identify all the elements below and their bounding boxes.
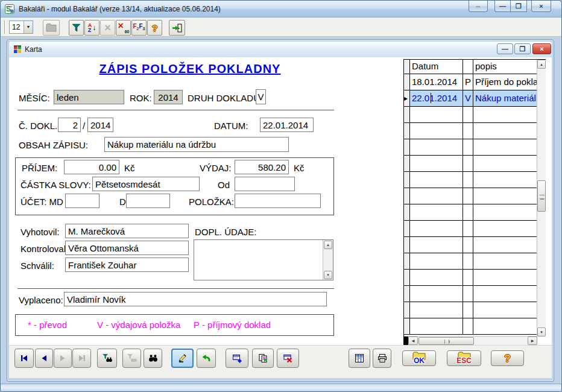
print-button[interactable]: [373, 349, 391, 368]
cell-typ[interactable]: [463, 172, 473, 188]
cell-popis[interactable]: [473, 204, 537, 221]
cell-popis[interactable]: [473, 302, 537, 318]
obsah-field[interactable]: [104, 137, 289, 152]
cdokl-num-field[interactable]: [58, 118, 81, 132]
ok-button[interactable]: OK: [402, 350, 436, 366]
horizontal-scroll-thumb[interactable]: [418, 337, 474, 345]
cell-datum[interactable]: [410, 253, 463, 270]
resize-button[interactable]: ⇔: [469, 1, 488, 12]
cell-popis[interactable]: [473, 286, 537, 302]
cell-typ[interactable]: [463, 302, 473, 318]
minimize-button[interactable]: —: [494, 1, 511, 12]
toolbar-gripper[interactable]: [4, 21, 6, 34]
datum-field[interactable]: [260, 118, 314, 132]
table-row[interactable]: [404, 107, 546, 123]
cell-datum[interactable]: [410, 188, 463, 204]
exit-button[interactable]: [169, 20, 185, 36]
cell-typ[interactable]: [463, 123, 473, 139]
cell-popis[interactable]: Nákup materiálu: [473, 90, 537, 107]
ucet-d-field[interactable]: [126, 194, 170, 208]
scroll-up-button[interactable]: ▲: [537, 60, 546, 69]
dopl-udaje-field[interactable]: [194, 240, 323, 280]
schvalil-field[interactable]: [65, 258, 189, 272]
cell-datum[interactable]: [410, 139, 463, 156]
cell-datum[interactable]: [410, 221, 463, 237]
cell-datum[interactable]: 22.01.2014: [410, 90, 463, 107]
cell-typ[interactable]: [463, 156, 473, 172]
druh-dokladu-field[interactable]: [256, 89, 266, 104]
cell-typ[interactable]: [463, 221, 473, 237]
cell-typ[interactable]: [463, 253, 473, 270]
cell-popis[interactable]: [473, 188, 537, 204]
cell-typ[interactable]: V: [463, 90, 473, 107]
cell-popis[interactable]: [473, 221, 537, 237]
prijem-field[interactable]: [64, 160, 119, 174]
cell-typ[interactable]: P: [463, 74, 473, 90]
filter-button[interactable]: [69, 20, 84, 36]
cell-datum[interactable]: [410, 204, 463, 221]
help-wide-button[interactable]: ?: [491, 350, 524, 366]
scroll-down-button[interactable]: ▼: [537, 327, 546, 337]
table-row[interactable]: [404, 237, 546, 253]
cell-typ[interactable]: [463, 204, 473, 221]
cell-typ[interactable]: [463, 237, 473, 253]
last-record-button[interactable]: [72, 349, 91, 368]
dopl-scrollbar[interactable]: ▲ ▼: [323, 240, 333, 280]
cell-datum[interactable]: [410, 107, 463, 123]
table-row[interactable]: [404, 123, 546, 139]
cell-popis[interactable]: [473, 318, 537, 335]
combo-dropdown-button[interactable]: ▼: [24, 21, 33, 33]
cell-datum[interactable]: [410, 302, 463, 318]
cell-datum[interactable]: [410, 270, 463, 286]
help-button[interactable]: ?: [147, 20, 162, 36]
scroll-down-button[interactable]: ▼: [324, 271, 332, 279]
karta-close-button[interactable]: ×: [532, 43, 551, 54]
table-row[interactable]: [404, 253, 546, 270]
scroll-right-button[interactable]: ▶: [528, 337, 537, 345]
kontroloval-field[interactable]: [65, 241, 189, 255]
polozka-field[interactable]: [235, 194, 321, 208]
grid-vertical-scrollbar[interactable]: ▲ ▼: [537, 60, 546, 337]
filter-search-button[interactable]: [97, 349, 117, 368]
table-row[interactable]: [404, 188, 546, 204]
cell-popis[interactable]: [473, 237, 537, 253]
column-header-popis[interactable]: popis: [473, 60, 537, 74]
edit-record-button[interactable]: [171, 349, 194, 368]
table-row[interactable]: [404, 318, 546, 335]
cell-typ[interactable]: [463, 139, 473, 156]
column-header-datum[interactable]: Datum: [410, 60, 463, 74]
table-row[interactable]: [404, 204, 546, 221]
cell-datum[interactable]: [410, 237, 463, 253]
sort-az-button[interactable]: AZ ↓: [84, 20, 99, 36]
f2f3-button[interactable]: F2F3: [131, 20, 147, 36]
cell-datum[interactable]: [410, 172, 463, 188]
esc-button[interactable]: ESC: [447, 350, 481, 366]
cell-typ[interactable]: [463, 107, 473, 123]
table-row[interactable]: [404, 139, 546, 156]
table-row[interactable]: [404, 172, 546, 188]
delete-record-button[interactable]: [277, 349, 299, 368]
prev-record-button[interactable]: [35, 349, 53, 368]
cdokl-year-field[interactable]: [87, 118, 113, 132]
cell-popis[interactable]: Příjem do poklad: [473, 74, 537, 90]
cell-datum[interactable]: [410, 123, 463, 139]
cell-popis[interactable]: [473, 253, 537, 270]
cell-datum[interactable]: [410, 156, 463, 172]
ucet-md-field[interactable]: [65, 194, 99, 208]
vertical-scroll-thumb[interactable]: [537, 180, 546, 212]
table-row[interactable]: [404, 156, 546, 172]
cell-popis[interactable]: [473, 123, 537, 139]
cell-popis[interactable]: [473, 270, 537, 286]
close-button[interactable]: ×: [531, 1, 551, 12]
first-record-button[interactable]: [14, 349, 34, 368]
cell-typ[interactable]: [463, 270, 473, 286]
rok-field[interactable]: [154, 90, 183, 104]
scroll-left-button[interactable]: ◀: [408, 337, 418, 345]
cell-datum[interactable]: [410, 286, 463, 302]
vyhotovil-field[interactable]: [65, 224, 189, 238]
strike-record-button[interactable]: ×60: [116, 20, 131, 36]
scroll-up-button[interactable]: ▲: [324, 241, 332, 249]
add-record-button[interactable]: [226, 349, 248, 368]
cell-typ[interactable]: [463, 286, 473, 302]
font-size-combo[interactable]: ▼: [9, 21, 33, 34]
